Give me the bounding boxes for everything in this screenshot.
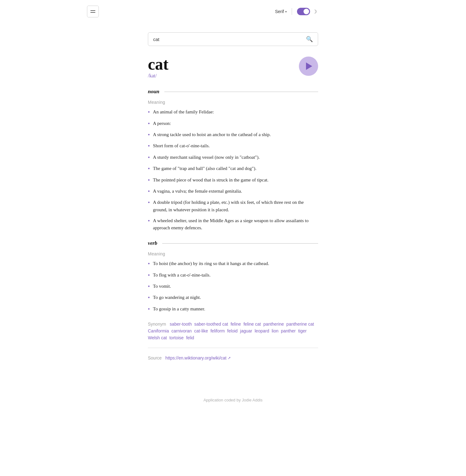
theme-toggle[interactable] — [297, 8, 310, 15]
header-left — [87, 6, 99, 17]
list-item: • A vagina, a vulva; the female external… — [148, 188, 318, 195]
synonym-link[interactable]: feliform — [210, 328, 225, 333]
meaning-label-verb: Meaning — [148, 251, 318, 256]
footer: Application coded by Jodie Addis — [0, 385, 466, 412]
pronunciation: /kat/ — [148, 73, 168, 79]
synonyms-label: Synonym — [148, 322, 166, 327]
font-selector-label: Serif — [275, 9, 284, 14]
bullet-icon: • — [148, 199, 150, 206]
list-item: • To gossip in a catty manner. — [148, 305, 318, 313]
meaning-text: Short form of cat-o'-nine-tails. — [153, 142, 210, 149]
source-link[interactable]: https://en.wiktionary.org/wiki/cat ➚ — [165, 355, 231, 360]
synonym-link[interactable]: pantherine cat — [286, 322, 314, 327]
bullet-icon: • — [148, 272, 150, 279]
pos-label-verb: verb — [148, 240, 157, 246]
verb-meanings-list: • To hoist (the anchor) by its ring so t… — [148, 260, 318, 313]
meaning-text: To gossip in a catty manner. — [153, 305, 205, 313]
theme-toggle-container: ☽ — [297, 8, 317, 15]
meaning-text: The game of "trap and ball" (also called… — [153, 165, 256, 172]
play-icon — [306, 62, 312, 70]
main-content: cat /kat/ noun Meaning • An animal of th… — [148, 55, 318, 385]
pos-divider-noun — [164, 92, 318, 92]
meaning-text: To hoist (the anchor) by its ring so tha… — [153, 260, 269, 267]
bullet-icon: • — [148, 188, 150, 195]
synonym-link[interactable]: saber-tooth — [170, 322, 192, 327]
vertical-divider — [292, 8, 292, 15]
search-input[interactable] — [153, 37, 306, 42]
synonym-link[interactable]: carnivoran — [171, 328, 192, 333]
word-title-row: cat /kat/ — [148, 55, 318, 86]
pos-divider-verb — [162, 243, 318, 244]
bullet-icon: • — [148, 217, 150, 225]
section-divider — [148, 348, 318, 348]
pos-label-noun: noun — [148, 89, 159, 95]
list-item: • To hoist (the anchor) by its ring so t… — [148, 260, 318, 268]
word-title: cat — [148, 55, 168, 73]
synonym-link[interactable]: Welsh cat — [148, 335, 167, 340]
pos-header-verb: verb — [148, 240, 318, 246]
synonym-link[interactable]: pantherine — [263, 322, 284, 327]
font-selector[interactable]: Serif ▾ — [275, 9, 287, 14]
list-item: • Short form of cat-o'-nine-tails. — [148, 142, 318, 150]
list-item: • A double tripod (for holding a plate, … — [148, 199, 318, 213]
list-item: • The game of "trap and ball" (also call… — [148, 165, 318, 172]
source-row: Source https://en.wiktionary.org/wiki/ca… — [148, 355, 318, 360]
bullet-icon: • — [148, 306, 150, 313]
synonym-link[interactable]: lion — [272, 328, 278, 333]
synonym-link[interactable]: tiger — [298, 328, 307, 333]
synonym-link[interactable]: leopard — [255, 328, 269, 333]
bullet-icon: • — [148, 294, 150, 301]
synonym-link[interactable]: felid — [186, 335, 194, 340]
synonym-link[interactable]: Caniformia — [148, 328, 169, 333]
list-item: • To flog with a cat-o'-nine-tails. — [148, 272, 318, 279]
list-item: • A sturdy merchant sailing vessel (now … — [148, 154, 318, 161]
menu-button[interactable] — [87, 6, 99, 17]
synonyms-row: Synonym saber-tooth saber-toothed cat fe… — [148, 322, 318, 340]
footer-text: Application coded by Jodie Addis — [203, 398, 263, 402]
moon-icon[interactable]: ☽ — [313, 9, 317, 15]
synonym-link[interactable]: saber-toothed cat — [194, 322, 228, 327]
bullet-icon: • — [148, 177, 150, 184]
bullet-icon: • — [148, 283, 150, 290]
header-right: Serif ▾ ☽ — [275, 8, 317, 15]
synonym-link[interactable]: feline cat — [244, 322, 261, 327]
search-container: 🔍 — [148, 32, 318, 46]
synonym-link[interactable]: feloid — [227, 328, 237, 333]
list-item: • The pointed piece of wood that is stru… — [148, 176, 318, 184]
search-box: 🔍 — [148, 32, 318, 46]
meaning-text: A double tripod (for holding a plate, et… — [153, 199, 318, 213]
play-pronunciation-button[interactable] — [299, 57, 318, 76]
list-item: • A person: — [148, 120, 318, 127]
synonym-link[interactable]: cat-like — [194, 328, 208, 333]
meaning-text: The pointed piece of wood that is struck… — [153, 176, 268, 184]
header: Serif ▾ ☽ — [0, 0, 466, 23]
pos-header-noun: noun — [148, 89, 318, 95]
list-item: • An animal of the family Felidae: — [148, 108, 318, 116]
list-item: • A wheeled shelter, used in the Middle … — [148, 217, 318, 232]
meaning-text: An animal of the family Felidae: — [153, 108, 214, 116]
meaning-text: To flog with a cat-o'-nine-tails. — [153, 272, 210, 279]
search-icon[interactable]: 🔍 — [306, 36, 313, 43]
noun-meanings-list: • An animal of the family Felidae: • A p… — [148, 108, 318, 231]
meaning-text: To go wandering at night. — [153, 294, 201, 301]
synonym-link[interactable]: panther — [281, 328, 295, 333]
meaning-label-noun: Meaning — [148, 100, 318, 105]
synonym-link[interactable]: jaguar — [240, 328, 252, 333]
chevron-down-icon: ▾ — [285, 10, 287, 13]
list-item: • To vomit. — [148, 283, 318, 290]
list-item: • To go wandering at night. — [148, 294, 318, 301]
bullet-icon: • — [148, 131, 150, 139]
synonym-link[interactable]: tortoise — [169, 335, 184, 340]
menu-icon — [90, 10, 95, 13]
list-item: • A strong tackle used to hoist an ancho… — [148, 131, 318, 139]
bullet-icon: • — [148, 120, 150, 127]
synonym-link[interactable]: feline — [231, 322, 241, 327]
meaning-text: A person: — [153, 120, 171, 127]
bullet-icon: • — [148, 143, 150, 150]
source-url-text: https://en.wiktionary.org/wiki/cat — [165, 355, 226, 360]
verb-section: verb Meaning • To hoist (the anchor) by … — [148, 240, 318, 313]
meaning-text: A vagina, a vulva; the female external g… — [153, 188, 242, 195]
toggle-knob — [304, 9, 309, 14]
bullet-icon: • — [148, 109, 150, 116]
meaning-text: To vomit. — [153, 283, 171, 290]
